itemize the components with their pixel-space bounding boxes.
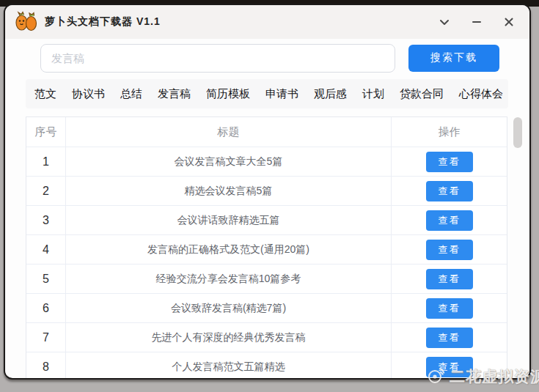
category-tabs: 范文 协议书 总结 发言稿 简历模板 申请书 观后感 计划 贷款合同 心得体会 …	[26, 79, 508, 108]
table-row: 3 会议讲话致辞精选五篇 查看	[26, 205, 507, 234]
table-row: 2 精选会议发言稿5篇 查看	[26, 176, 507, 205]
minimize-icon[interactable]	[468, 13, 485, 31]
app-title: 萝卜头文档下载器 V1.1	[45, 15, 161, 29]
header-index: 序号	[26, 117, 65, 147]
tab-fayangao[interactable]: 发言稿	[158, 87, 191, 101]
row-index: 8	[26, 352, 65, 380]
row-index: 5	[26, 265, 65, 293]
tab-jianli[interactable]: 简历模板	[206, 87, 250, 101]
view-button[interactable]: 查看	[426, 269, 473, 289]
view-button[interactable]: 查看	[426, 328, 473, 348]
row-title: 经验交流分享会发言稿10篇参考	[65, 265, 391, 293]
view-button[interactable]: 查看	[426, 357, 473, 377]
row-index: 1	[26, 147, 65, 176]
tab-daikuan[interactable]: 贷款合同	[400, 87, 444, 101]
tab-jihua[interactable]: 计划	[362, 87, 384, 101]
tab-xieyishu[interactable]: 协议书	[72, 87, 105, 101]
table-row: 8 个人发言稿范文五篇精选 查看	[26, 352, 507, 380]
table-row: 5 经验交流分享会发言稿10篇参考 查看	[26, 264, 507, 293]
row-index: 6	[26, 294, 65, 322]
tab-guanhougan[interactable]: 观后感	[314, 87, 347, 101]
table-row: 1 会议发言稿文章大全5篇 查看	[26, 147, 507, 176]
window-controls	[436, 13, 518, 31]
titlebar: 萝卜头文档下载器 V1.1	[5, 5, 529, 39]
row-title: 会议致辞发言稿(精选7篇)	[65, 294, 391, 322]
row-index: 4	[26, 235, 65, 264]
tab-zongjie[interactable]: 总结	[120, 87, 142, 101]
view-button[interactable]: 查看	[426, 181, 473, 201]
row-index: 3	[26, 206, 65, 234]
vertical-scrollbar[interactable]	[513, 117, 522, 148]
row-title: 发言稿的正确格式及范文(通用20篇)	[65, 235, 391, 264]
header-title: 标题	[65, 117, 391, 147]
row-title: 会议讲话致辞精选五篇	[65, 206, 391, 234]
table-row: 7 先进个人有深度的经典优秀发言稿 查看	[26, 322, 507, 352]
header-action: 操作	[391, 117, 507, 147]
row-index: 7	[26, 323, 65, 352]
row-title: 精选会议发言稿5篇	[65, 177, 391, 205]
tab-xinde[interactable]: 心得体会	[459, 87, 503, 101]
search-row: 搜索下载	[40, 43, 499, 73]
search-download-button[interactable]: 搜索下载	[408, 45, 499, 72]
row-title: 先进个人有深度的经典优秀发言稿	[65, 323, 391, 352]
results-table: 序号 标题 操作 1 会议发言稿文章大全5篇 查看 2 精选会议发言稿5篇 查看…	[26, 117, 507, 380]
table-row: 6 会议致辞发言稿(精选7篇) 查看	[26, 293, 507, 322]
table-row: 4 发言稿的正确格式及范文(通用20篇) 查看	[26, 234, 507, 264]
search-input[interactable]	[40, 44, 395, 73]
table-header-row: 序号 标题 操作	[26, 117, 507, 147]
view-button[interactable]: 查看	[426, 152, 473, 172]
view-button[interactable]: 查看	[426, 210, 473, 231]
row-title: 个人发言稿范文五篇精选	[65, 352, 391, 380]
row-title: 会议发言稿文章大全5篇	[65, 147, 391, 176]
tab-fanwen[interactable]: 范文	[34, 87, 56, 101]
chevron-down-icon[interactable]	[436, 13, 453, 31]
view-button[interactable]: 查看	[426, 298, 473, 319]
app-window: 萝卜头文档下载器 V1.1 搜索下载 范文 协议书 总结 发言稿 简历模板 申请…	[4, 4, 531, 380]
view-button[interactable]: 查看	[426, 240, 473, 260]
row-index: 2	[26, 177, 65, 205]
carrot-pair-icon	[14, 11, 39, 33]
tab-shenqingshu[interactable]: 申请书	[265, 87, 298, 101]
close-icon[interactable]	[500, 13, 518, 31]
